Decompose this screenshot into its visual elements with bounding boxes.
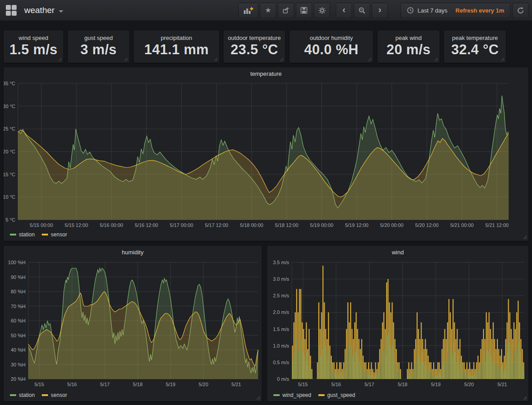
legend-item-sensor[interactable]: sensor <box>42 231 67 238</box>
bar-wind_speed <box>341 372 341 379</box>
bar-wind_speed <box>514 353 514 379</box>
x-axis-label: 5/20 00:00 <box>380 222 404 228</box>
bar-wind_speed <box>343 376 343 379</box>
bar-wind_speed <box>392 346 393 379</box>
resize-handle-icon[interactable] <box>501 57 505 61</box>
settings-button[interactable] <box>314 3 330 18</box>
bar-wind_speed <box>347 356 347 379</box>
zoom-out-button[interactable] <box>354 3 370 18</box>
bar-wind_speed <box>321 349 322 379</box>
legend-label: sensor <box>51 392 67 398</box>
top-navbar: weather ★ <box>0 0 532 21</box>
legend-label: station <box>19 231 35 238</box>
chevron-left-icon: ‹ <box>343 4 346 15</box>
bar-wind_speed <box>478 369 479 379</box>
resize-handle-icon[interactable] <box>124 57 128 61</box>
bar-wind_speed <box>339 372 340 379</box>
time-back-button[interactable]: ‹ <box>336 3 352 18</box>
bar-wind_speed <box>293 362 293 379</box>
bar-wind_speed <box>452 356 452 379</box>
panel-title-wind[interactable]: wind <box>267 247 528 258</box>
dashboard-title-dropdown[interactable]: weather <box>24 5 63 15</box>
stat-panel-outdoor-temperature[interactable]: outdoor temperature 23.5 °C <box>224 30 285 63</box>
legend-item-wind_speed[interactable]: wind_speed <box>273 392 311 398</box>
bar-wind_speed <box>407 376 408 379</box>
bar-wind_speed <box>387 335 387 379</box>
bar-wind_speed <box>475 376 476 379</box>
bar-wind_speed <box>312 376 312 379</box>
bar-wind_speed <box>345 366 346 379</box>
add-panel-button[interactable] <box>238 3 258 18</box>
bar-wind_speed <box>377 376 378 379</box>
legend-item-gust_speed[interactable]: gust_speed <box>318 392 355 398</box>
share-icon <box>282 7 290 14</box>
clock-icon <box>407 7 414 14</box>
stat-panel-outdoor-humidity[interactable]: outdoor humidity 40.0 %H <box>290 30 373 63</box>
bar-wind_speed <box>303 356 304 379</box>
bar-wind_speed <box>311 369 311 379</box>
save-button[interactable] <box>296 3 312 18</box>
temperature-chart-plot[interactable]: 35 °C30 °C25 °C20 °C15 °C10 °C5 °C5/15 0… <box>4 67 528 241</box>
stat-panel-gust-speed[interactable]: gust speed 3 m/s <box>68 30 129 63</box>
humidity-chart-plot[interactable]: 100 %H90 %H80 %H70 %H60 %H50 %H40 %H30 %… <box>4 246 262 401</box>
time-forward-button[interactable]: › <box>372 3 388 18</box>
panel-title-humidity[interactable]: humidity <box>4 247 262 258</box>
bar-wind_speed <box>510 349 510 379</box>
resize-handle-icon[interactable] <box>256 396 260 400</box>
legend-color-swatch <box>273 394 280 396</box>
bar-wind_speed <box>398 372 398 379</box>
bar-wind_speed <box>383 353 383 379</box>
stat-panel-precipitation[interactable]: precipitation 141.1 mm <box>134 30 219 63</box>
stat-panel-peak-temperature[interactable]: peak temperature 32.4 °C <box>444 30 506 63</box>
bar-wind_speed <box>418 356 419 379</box>
x-axis-label: 5/15 <box>35 382 44 387</box>
bar-wind_speed <box>413 376 413 379</box>
resize-handle-icon[interactable] <box>58 57 62 61</box>
bar-wind_speed <box>470 372 470 379</box>
stat-value: 141.1 mm <box>134 42 219 58</box>
resize-handle-icon[interactable] <box>523 396 527 400</box>
bar-wind_speed <box>497 362 498 379</box>
x-axis-label: 5/19 12:00 <box>345 222 369 228</box>
bar-wind_speed <box>356 349 356 379</box>
share-button[interactable] <box>278 3 294 18</box>
bar-chart-plus-icon <box>243 7 253 14</box>
resize-handle-icon[interactable] <box>434 57 438 61</box>
legend-item-station[interactable]: station <box>10 392 35 398</box>
legend-item-station[interactable]: station <box>10 231 35 238</box>
y-axis-label: 90 %H <box>11 274 26 280</box>
resize-handle-icon[interactable] <box>368 57 372 61</box>
bar-wind_speed <box>426 362 426 379</box>
star-button[interactable]: ★ <box>260 3 276 18</box>
x-axis-label: 5/15 <box>298 382 308 387</box>
timepicker-button[interactable]: Last 7 days Refresh every 1m <box>400 3 510 18</box>
bar-wind_speed <box>396 366 397 379</box>
x-axis-label: 5/18 <box>398 382 407 387</box>
bar-wind_speed <box>436 376 437 379</box>
bar-wind_speed <box>496 366 497 379</box>
legend-item-sensor[interactable]: sensor <box>42 392 67 398</box>
panel-title-temperature[interactable]: temperature <box>4 69 528 79</box>
bar-wind_speed <box>295 349 296 379</box>
resize-handle-icon[interactable] <box>280 57 284 61</box>
bar-wind_speed <box>519 353 520 379</box>
bar-wind_speed <box>376 372 376 379</box>
y-axis-label: 25 °C <box>4 126 15 131</box>
stat-value: 40.0 %H <box>290 42 373 58</box>
bar-wind_speed <box>466 376 466 379</box>
bar-wind_speed <box>449 342 449 379</box>
panel-wind: wind 3.5 m/s3.0 m/s2.5 m/s2.0 m/s1.5 m/s… <box>267 246 528 401</box>
bar-wind_speed <box>309 356 310 379</box>
bar-wind_speed <box>439 372 440 379</box>
wind-chart-plot[interactable]: 3.5 m/s3.0 m/s2.5 m/s2.0 m/s1.5 m/s1.0 m… <box>267 246 528 401</box>
bar-wind_speed <box>479 372 480 379</box>
bar-wind_speed <box>454 353 455 379</box>
bar-wind_speed <box>499 366 499 379</box>
stat-panel-wind-speed[interactable]: wind speed 1.5 m/s <box>4 30 63 63</box>
resize-handle-icon[interactable] <box>214 57 218 61</box>
stat-panel-peak-wind[interactable]: peak wind 20 m/s <box>378 30 440 63</box>
grafana-grid-logo-icon[interactable] <box>6 5 17 16</box>
bar-wind_speed <box>511 356 512 379</box>
refresh-button[interactable] <box>512 3 528 18</box>
resize-handle-icon[interactable] <box>523 235 527 240</box>
